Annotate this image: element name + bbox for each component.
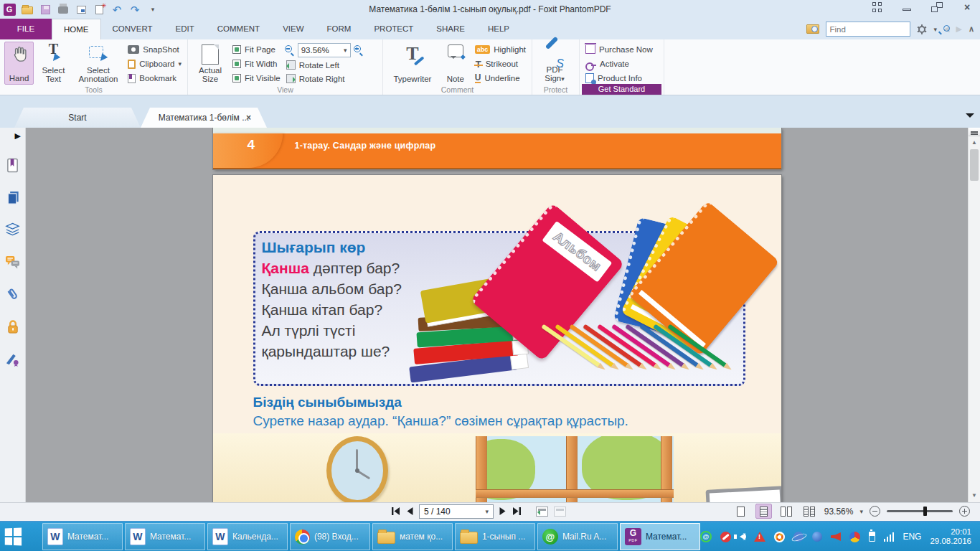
megaphone-tray-icon[interactable] <box>831 532 841 541</box>
find-options-caret-icon[interactable]: ▾ <box>933 26 937 33</box>
taskbar-word-1[interactable]: WМатемат... <box>42 523 123 550</box>
taskbar-chrome[interactable]: (98) Вход... <box>290 523 370 550</box>
hand-tool-button[interactable]: Hand <box>4 42 34 85</box>
tab-help[interactable]: HELP <box>476 19 521 39</box>
zoom-slider-handle[interactable] <box>923 507 927 516</box>
strikeout-button[interactable]: TStrikeout <box>473 57 527 70</box>
rotate-right-button[interactable]: Rotate Right <box>285 72 364 85</box>
taskbar-word-3[interactable]: WКальенда... <box>207 523 288 550</box>
split-view-handle-icon[interactable] <box>969 128 980 136</box>
battery-tray-icon[interactable] <box>869 532 875 542</box>
scrollbar-thumb[interactable] <box>970 149 979 181</box>
last-page-icon[interactable] <box>512 507 522 515</box>
redo-icon[interactable]: ↷ <box>128 3 141 16</box>
attachments-panel-icon[interactable] <box>5 286 21 302</box>
doc-tab-active[interactable]: Математика 1-бөлім ...× <box>141 108 267 128</box>
tab-list-dropdown-icon[interactable] <box>966 113 974 122</box>
next-page-icon[interactable] <box>499 507 507 515</box>
next-view-icon[interactable] <box>554 507 566 517</box>
zoom-in-icon[interactable] <box>959 506 970 517</box>
warning-tray-icon[interactable] <box>754 532 765 542</box>
typewriter-button[interactable]: T Typewriter <box>387 42 438 85</box>
print-icon[interactable] <box>57 3 70 16</box>
customize-qat-dropdown-icon[interactable]: ▾ <box>146 3 159 16</box>
zoom-slider[interactable] <box>887 510 953 512</box>
new-document-icon[interactable] <box>93 3 105 16</box>
network-signal-tray-icon[interactable] <box>884 532 895 542</box>
product-info-button[interactable]: Product Info <box>584 72 654 85</box>
dotted-disc-tray-icon[interactable] <box>774 532 785 542</box>
find-next-icon[interactable]: ▶ <box>956 24 961 34</box>
zoom-level-select[interactable]: 93.56%▾ <box>298 43 351 57</box>
bookmarks-panel-icon[interactable] <box>5 157 21 173</box>
gear-icon[interactable] <box>917 24 927 34</box>
taskbar-word-2[interactable]: WМатемат... <box>125 523 205 550</box>
select-text-button[interactable]: T Select Text <box>37 42 70 85</box>
bookmark-button[interactable]: Bookmark <box>126 72 183 85</box>
comments-panel-icon[interactable] <box>5 254 21 270</box>
taskbar-folder-2[interactable]: 1-сынып ... <box>455 523 535 550</box>
fit-width-button[interactable]: Fit Width <box>231 57 282 70</box>
page-number-input[interactable]: 5 / 140▾ <box>419 504 494 519</box>
pdf-sign-button[interactable]: PDF Sign▾ <box>537 42 573 85</box>
fit-page-button[interactable]: Fit Page <box>231 43 282 56</box>
minimize-icon[interactable] <box>901 2 913 12</box>
scroll-down-icon[interactable]: ▼ <box>969 491 980 501</box>
email-document-icon[interactable] <box>75 3 88 16</box>
collapse-ribbon-icon[interactable]: ∧ <box>969 24 974 34</box>
mailru-agent-tray-icon[interactable]: @ <box>700 531 712 542</box>
start-button[interactable] <box>0 522 27 551</box>
scroll-up-icon[interactable]: ▲ <box>969 138 980 148</box>
doc-tab-start[interactable]: Start <box>14 108 141 128</box>
zoom-in-icon[interactable] <box>354 45 364 55</box>
expand-panel-arrow-icon[interactable]: ▶ <box>15 131 21 141</box>
tab-file[interactable]: FILE <box>0 19 52 39</box>
language-indicator[interactable]: ENG <box>903 532 921 542</box>
restore-icon[interactable] <box>931 2 943 12</box>
vertical-scrollbar[interactable]: ▲ ▼ <box>968 128 980 502</box>
fit-visible-button[interactable]: Fit Visible <box>231 72 282 85</box>
previous-page-icon[interactable] <box>406 507 413 515</box>
layers-panel-icon[interactable] <box>5 222 21 237</box>
zoom-dropdown-icon[interactable]: ▾ <box>859 508 863 515</box>
previous-view-icon[interactable] <box>536 507 548 517</box>
continuous-view-icon[interactable] <box>755 504 772 519</box>
tab-protect[interactable]: PROTECT <box>362 19 425 39</box>
underline-button[interactable]: UUnderline <box>473 72 527 85</box>
tab-edit[interactable]: EDIT <box>164 19 206 39</box>
close-tab-icon[interactable]: × <box>246 113 251 123</box>
taskbar-folder-1[interactable]: матем қо... <box>372 523 453 550</box>
zoom-out-icon[interactable] <box>870 506 880 517</box>
note-button[interactable]: Note <box>440 42 471 85</box>
tab-comment[interactable]: COMMENT <box>206 19 271 39</box>
zoom-out-icon[interactable] <box>285 45 295 55</box>
close-icon[interactable]: × <box>961 2 973 12</box>
select-annotation-button[interactable]: Select Annotation <box>73 42 124 85</box>
signatures-panel-icon[interactable] <box>5 351 21 367</box>
tab-form[interactable]: FORM <box>316 19 363 39</box>
highlight-button[interactable]: abcHighlight <box>473 43 527 56</box>
tab-view[interactable]: VIEW <box>271 19 315 39</box>
rotate-left-button[interactable]: Rotate Left <box>285 59 364 71</box>
planet-tray-icon[interactable] <box>793 532 804 542</box>
tab-share[interactable]: SHARE <box>425 19 476 39</box>
actual-size-button[interactable]: Actual Size <box>192 42 228 85</box>
snapshot-button[interactable]: SnapShot <box>126 43 183 56</box>
blue-ball-tray-icon[interactable] <box>812 532 822 542</box>
undo-icon[interactable]: ↶ <box>110 3 123 16</box>
open-folder-icon[interactable] <box>21 3 34 16</box>
purchase-now-button[interactable]: Purchase Now <box>584 43 654 56</box>
save-icon[interactable] <box>39 3 52 16</box>
continuous-facing-view-icon[interactable] <box>801 504 818 519</box>
facing-view-icon[interactable] <box>778 504 795 519</box>
tab-home[interactable]: HOME <box>52 19 101 39</box>
volume-tray-icon[interactable] <box>740 533 745 540</box>
pages-panel-icon[interactable] <box>5 189 21 205</box>
taskbar-foxit-active[interactable]: GPDFМатемат... <box>620 523 700 550</box>
colored-ball-tray-icon[interactable] <box>849 532 860 542</box>
first-page-icon[interactable] <box>391 507 400 515</box>
security-panel-icon[interactable] <box>5 319 21 334</box>
antivirus-red-disc-tray-icon[interactable] <box>720 532 731 542</box>
full-text-search-icon[interactable] <box>806 24 819 34</box>
single-page-view-icon[interactable] <box>732 504 749 519</box>
